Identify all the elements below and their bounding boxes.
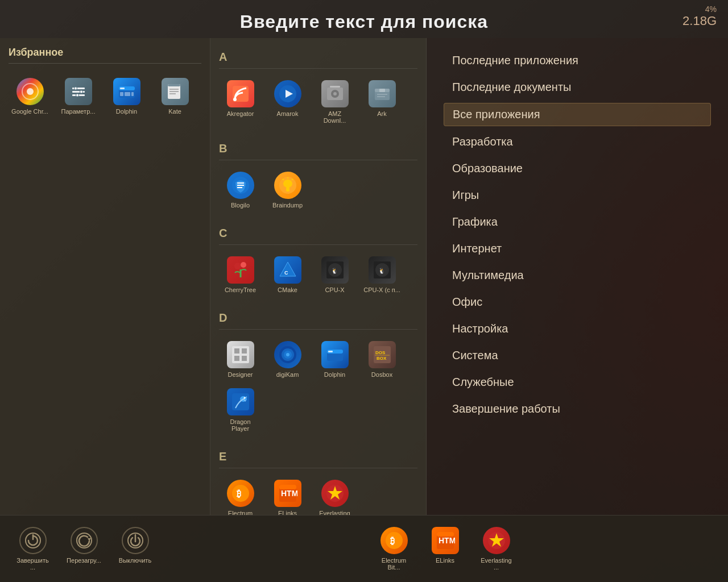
svg-text:HTML: HTML <box>439 536 455 545</box>
bottom-app-shortcuts: ₿ Electrum Bit... HTML ELinks <box>173 524 717 573</box>
app-digikam[interactable]: digiKam <box>266 338 309 381</box>
svg-rect-59 <box>234 356 239 361</box>
action-reboot[interactable]: Перезагру... <box>63 524 105 573</box>
bottom-electrum-label: Electrum Bit... <box>375 557 412 571</box>
fav-chrome-label: Google Chr... <box>11 108 48 115</box>
reboot-label: Перезагру... <box>67 557 101 564</box>
dragon-icon <box>227 388 254 415</box>
app-cpux[interactable]: 🐧 CPU-X <box>313 253 356 296</box>
kate-icon <box>162 78 189 105</box>
divider-c <box>219 244 417 245</box>
category-internet[interactable]: Интернет <box>444 238 711 260</box>
cherrytree-label: CherryTree <box>225 286 256 293</box>
bottom-elinks[interactable]: HTML ELinks <box>424 524 466 573</box>
fav-kate[interactable]: Kate <box>154 75 196 118</box>
svg-line-43 <box>292 179 293 180</box>
app-everlasting[interactable]: Everlasting ... <box>313 477 356 515</box>
category-utilities[interactable]: Служебные <box>444 371 711 393</box>
category-system[interactable]: Система <box>444 344 711 367</box>
svg-rect-13 <box>120 88 125 89</box>
bottom-electrum[interactable]: ₿ Electrum Bit... <box>373 524 415 573</box>
svg-point-45 <box>234 263 241 269</box>
svg-point-46 <box>241 262 246 268</box>
settings-icon <box>65 78 92 105</box>
category-education[interactable]: Образование <box>444 157 711 180</box>
fav-dolphin[interactable]: Dolphin <box>105 75 148 118</box>
app-dosbox[interactable]: DOS BOX Dosbox <box>361 338 403 381</box>
app-amz[interactable]: AMZ Downl... <box>313 77 356 127</box>
cpux-cli-label: CPU-X (с п... <box>363 286 400 293</box>
app-cpux-cli[interactable]: 🐧 CPU-X (с п... <box>361 253 403 296</box>
svg-text:DOS: DOS <box>375 350 386 355</box>
action-poweroff[interactable]: Выключить <box>114 524 156 573</box>
section-c-apps: CherryTree C CMake <box>219 251 417 305</box>
dolphin-fav-icon <box>113 78 140 105</box>
category-office[interactable]: Офис <box>444 291 711 313</box>
svg-point-1 <box>27 88 34 95</box>
app-designer[interactable]: Designer <box>219 338 262 381</box>
category-recent-docs[interactable]: Последние документы <box>444 76 711 98</box>
app-cmake[interactable]: C CMake <box>266 253 309 296</box>
app-akregator[interactable]: Akregator <box>219 77 262 127</box>
category-shutdown-section[interactable]: Завершение работы <box>444 398 711 420</box>
cpux-label: CPU-X <box>325 286 344 293</box>
app-dragon-player[interactable]: Dragon Player <box>219 385 262 435</box>
svg-point-29 <box>333 92 337 95</box>
elinks-label: ELinks <box>278 510 297 515</box>
electrum-icon: ₿ <box>227 480 254 507</box>
designer-label: Designer <box>228 371 253 378</box>
action-logout[interactable]: Завершить ... <box>11 524 54 573</box>
svg-rect-32 <box>379 89 385 92</box>
app-cherrytree[interactable]: CherryTree <box>219 253 262 296</box>
category-games[interactable]: Игры <box>444 184 711 206</box>
app-ark[interactable]: Ark <box>361 77 403 127</box>
section-b-apps: Blogilo Braindump <box>219 166 417 220</box>
svg-rect-18 <box>168 84 180 86</box>
svg-point-40 <box>283 180 292 188</box>
section-e-apps: ₿ Electrum Bit... HTML ELinks <box>219 474 417 515</box>
chrome-icon <box>16 78 44 105</box>
app-blogilo[interactable]: Blogilo <box>219 169 262 211</box>
amarok-icon <box>274 80 301 107</box>
category-recent-apps[interactable]: Последние приложения <box>444 49 711 72</box>
bottom-everlasting-icon <box>483 527 510 554</box>
app-elinks[interactable]: HTML ELinks <box>266 477 309 515</box>
bottom-everlasting[interactable]: Everlasting ... <box>475 524 518 573</box>
app-electrum[interactable]: ₿ Electrum Bit... <box>219 477 262 515</box>
category-settings[interactable]: Настройка <box>444 318 711 340</box>
dolphin-icon <box>321 341 349 368</box>
category-all-apps[interactable]: Все приложения <box>444 103 711 126</box>
category-graphics[interactable]: Графика <box>444 211 711 233</box>
category-development[interactable]: Разработка <box>444 131 711 153</box>
svg-text:🐧: 🐧 <box>378 267 386 275</box>
svg-rect-79 <box>279 485 296 489</box>
elinks-icon: HTML <box>274 480 301 507</box>
akregator-label: Akregator <box>227 110 254 117</box>
svg-rect-15 <box>125 92 130 96</box>
app-braindump[interactable]: Braindump <box>266 169 309 211</box>
app-amarok[interactable]: Amarok <box>266 77 309 127</box>
reboot-icon <box>71 527 98 554</box>
section-e-header: E <box>219 443 417 468</box>
svg-point-23 <box>233 98 237 101</box>
everlasting-label: Everlasting ... <box>316 510 353 515</box>
divider-e <box>219 468 417 468</box>
title-bar: Введите текст для поиска <box>0 0 728 38</box>
logout-icon <box>19 527 47 554</box>
favourites-panel: Избранное Google Chr... <box>0 38 210 515</box>
svg-line-44 <box>283 179 284 180</box>
category-multimedia[interactable]: Мультимедиа <box>444 264 711 286</box>
power-actions: Завершить ... Перезагру... <box>11 524 156 573</box>
bottom-elinks-label: ELinks <box>436 557 454 564</box>
fav-chrome[interactable]: Google Chr... <box>9 75 51 118</box>
app-dolphin[interactable]: Dolphin <box>313 338 356 381</box>
svg-text:HTML: HTML <box>281 489 297 498</box>
fav-parameters[interactable]: Параметр... <box>57 75 100 118</box>
designer-icon <box>227 341 254 368</box>
section-a-apps: Akregator Amarok <box>219 74 417 135</box>
poweroff-label: Выключить <box>119 557 151 564</box>
svg-rect-16 <box>131 92 134 96</box>
svg-point-74 <box>243 397 245 399</box>
svg-text:₿: ₿ <box>390 536 395 546</box>
svg-rect-14 <box>120 92 123 96</box>
